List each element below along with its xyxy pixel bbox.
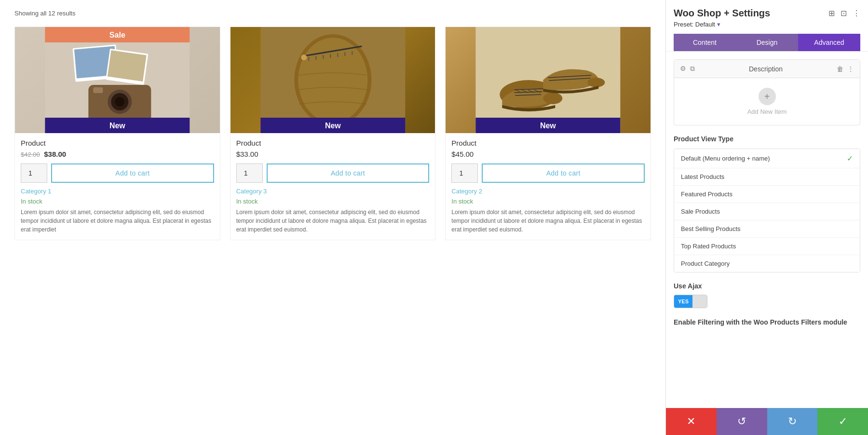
settings-panel: Woo Shop + Settings ⊞ ⊡ ⋮ Preset: Defaul… [665,0,868,435]
product-name-1: Product [21,139,214,147]
more-options-icon[interactable]: ⋮ [853,9,860,18]
panel-tabs: Content Design Advanced [674,34,860,51]
option-latest[interactable]: Latest Products [674,168,860,186]
copy-icon[interactable]: ⧉ [690,65,695,73]
svg-point-30 [543,93,563,104]
add-new-item-container: + Add New Item [674,78,860,125]
product-price-regular-3: $45.00 [451,150,474,158]
product-name-2: Product [236,139,430,147]
more-icon[interactable]: ⋮ [847,65,854,73]
description-title: Description [749,65,783,73]
product-stock-3: In stock [451,198,645,205]
qty-input-3[interactable] [451,163,478,183]
product-stock-1: In stock [21,198,214,205]
svg-text:New: New [109,122,125,130]
product-image-svg-1: Sale New [15,27,220,133]
tab-advanced[interactable]: Advanced [798,34,860,51]
product-category-1[interactable]: Category 1 [21,188,214,195]
product-desc-3: Lorem ipsum dolor sit amet, consectetur … [451,208,645,234]
panel-title-icons: ⊞ ⊡ ⋮ [828,9,860,18]
cancel-button[interactable]: ✕ [666,408,717,435]
add-to-cart-row-2: Add to cart [236,163,430,183]
product-category-2[interactable]: Category 3 [236,188,430,195]
product-stock-2: In stock [236,198,430,205]
tab-content[interactable]: Content [674,34,736,51]
svg-rect-4 [108,50,147,82]
product-view-type-section: Product View Type Default (Menu ordering… [674,135,860,272]
selected-check-icon: ✓ [847,154,853,163]
toggle-yes-label[interactable]: YES [674,295,692,308]
product-name-3: Product [451,139,645,147]
add-new-item-label: Add New Item [684,108,850,115]
product-info-3: Product $45.00 Add to cart Category 2 In… [446,133,651,240]
product-info-2: Product $33.00 Add to cart Category 3 In… [231,133,435,240]
add-to-cart-button-2[interactable]: Add to cart [267,163,430,183]
svg-point-25 [301,54,307,60]
svg-point-38 [588,78,605,87]
bottom-toolbar: ✕ ↺ ↻ ✓ [666,408,868,435]
tab-design[interactable]: Design [736,34,798,51]
product-card-2: New Product $33.00 Add to cart Category … [230,27,436,240]
svg-point-16 [298,38,367,122]
redo-button[interactable]: ↻ [767,408,818,435]
panel-title-row: Woo Shop + Settings ⊞ ⊡ ⋮ [674,8,860,19]
product-image-svg-2: New [231,27,435,133]
preset-dropdown-icon[interactable]: ▾ [717,21,720,28]
product-price-new-1: $38.00 [44,150,66,158]
gear-icon[interactable]: ⚙ [680,65,686,73]
product-desc-1: Lorem ipsum dolor sit amet, consectetur … [21,208,214,234]
use-ajax-section: Use Ajax YES [674,282,860,308]
product-info-1: Product $42.00 $38.00 Add to cart Catego… [15,133,220,240]
product-price-regular-2: $33.00 [236,150,258,158]
product-view-type-title: Product View Type [674,135,860,143]
product-card-1: Sale New Product $42.00 $38.00 Add to ca… [14,27,220,240]
toggle-no-area [692,295,707,308]
add-new-item-button[interactable]: + [759,88,776,105]
product-category-3[interactable]: Category 2 [451,188,645,195]
product-card-3: New Product $45.00 Add to cart Category … [445,27,651,240]
qty-input-2[interactable] [236,163,263,183]
results-count: Showing all 12 results [14,10,651,17]
svg-rect-9 [93,87,103,93]
product-view-type-list: Default (Menu ordering + name) ✓ Latest … [674,149,860,272]
option-best-selling[interactable]: Best Selling Products [674,220,860,238]
product-price-old-1: $42.00 [21,151,40,158]
option-sale[interactable]: Sale Products [674,203,860,220]
screenshot-icon[interactable]: ⊞ [828,9,835,18]
undo-button[interactable]: ↺ [717,408,767,435]
product-price-3: $45.00 [451,150,645,159]
save-button[interactable]: ✓ [817,408,868,435]
qty-input-1[interactable] [21,163,47,183]
add-to-cart-row-3: Add to cart [451,163,645,183]
description-header: ⚙ ⧉ Description 🗑 ⋮ [674,60,860,78]
description-icons-right: 🗑 ⋮ [837,65,854,73]
svg-point-8 [115,97,124,107]
svg-text:New: New [540,122,556,130]
add-to-cart-row-1: Add to cart [21,163,214,183]
product-price-1: $42.00 $38.00 [21,150,214,159]
panel-body: ⚙ ⧉ Description 🗑 ⋮ + Add New Item Produ… [666,52,868,408]
enable-filtering-section: Enable Filtering with the Woo Products F… [674,318,860,327]
option-product-category[interactable]: Product Category [674,255,860,272]
product-desc-2: Lorem ipsum dolor sit amet, consectetur … [236,208,430,234]
use-ajax-toggle[interactable]: YES [674,295,707,308]
description-icons-left: ⚙ ⧉ [680,65,695,73]
add-to-cart-button-1[interactable]: Add to cart [51,163,214,183]
delete-icon[interactable]: 🗑 [837,65,843,73]
option-featured[interactable]: Featured Products [674,186,860,203]
product-image-svg-3: New [446,27,651,133]
panel-preset: Preset: Default ▾ [674,21,860,28]
option-default[interactable]: Default (Menu ordering + name) ✓ [674,149,860,168]
option-top-rated[interactable]: Top Rated Products [674,238,860,255]
products-grid: Sale New Product $42.00 $38.00 Add to ca… [14,27,651,240]
add-to-cart-button-3[interactable]: Add to cart [482,163,645,183]
responsive-icon[interactable]: ⊡ [841,9,847,18]
product-price-2: $33.00 [236,150,430,159]
use-ajax-label: Use Ajax [674,282,860,290]
panel-title: Woo Shop + Settings [674,8,770,19]
main-content: Showing all 12 results [0,0,665,435]
svg-text:New: New [325,122,341,130]
description-section: ⚙ ⧉ Description 🗑 ⋮ + Add New Item [674,59,860,125]
product-image-2: New [231,27,435,133]
enable-filtering-label: Enable Filtering with the Woo Products F… [674,318,860,327]
